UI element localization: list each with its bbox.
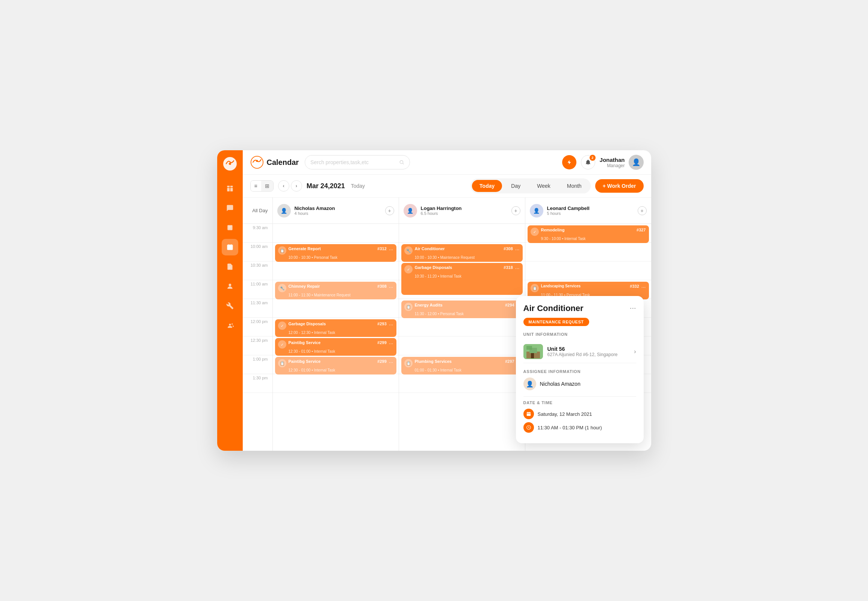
event-icon-ac: 🔧 <box>404 246 413 255</box>
sidebar-item-messages[interactable] <box>222 200 238 217</box>
header-actions: 2 Jonathan Manager 👤 <box>562 155 644 170</box>
tab-day[interactable]: Day <box>504 180 528 192</box>
svg-rect-2 <box>227 186 229 188</box>
slot-2-130 <box>399 374 525 393</box>
sidebar-item-calendar[interactable] <box>222 239 238 255</box>
all-day-row: All Day 👤 Nicholas Amazon 4 hours + 👤 Lo… <box>243 198 651 224</box>
event-dots[interactable]: ··· <box>389 246 393 252</box>
unit-name: Unit 56 <box>547 346 630 352</box>
sidebar-item-maintenance[interactable] <box>222 297 238 314</box>
svg-point-20 <box>400 160 403 163</box>
sidebar <box>217 150 243 451</box>
work-order-button[interactable]: + Work Order <box>595 179 644 193</box>
notification-badge: 2 <box>590 155 596 161</box>
assignee-row: 👤 Nicholas Amazon <box>523 377 636 390</box>
user-role: Manager <box>600 163 625 168</box>
svg-rect-5 <box>230 188 232 191</box>
slot-2-100: 📋 Plumbing Services #297 ·· 01:00 - 01:3… <box>399 355 525 374</box>
slot-1-1100: 🔧 Chimney Repair #308 ··· 11:00 - 11:30 … <box>273 280 399 299</box>
tab-month[interactable]: Month <box>559 180 589 192</box>
event-icon-landscape: 📋 <box>530 284 539 292</box>
search-bar[interactable]: Serch properties,task,etc <box>305 155 410 169</box>
col-header-3: 👤 Leonard Campbell 5 hours + <box>525 198 651 224</box>
col-header-1: 👤 Nicholas Amazon 4 hours + <box>273 198 399 224</box>
svg-point-16 <box>229 324 231 326</box>
svg-line-21 <box>403 163 404 165</box>
event-icon-paint1: ✓ <box>278 340 286 349</box>
unit-address: 627A Aljunied Rd #6-12, Singapore <box>547 352 630 357</box>
sidebar-item-dashboard[interactable] <box>222 180 238 197</box>
unit-section-title: UNIT INFORMATION <box>523 332 636 337</box>
popup-unit[interactable]: Unit 56 627A Aljunied Rd #6-12, Singapor… <box>523 340 636 363</box>
popup-divider <box>523 396 636 397</box>
time-100: 1:00 pm <box>243 355 272 374</box>
event-energy-audits[interactable]: 📋 Energy Audits #294 ·· 11:30 - 12:00 • … <box>401 300 523 318</box>
unit-chevron[interactable]: › <box>634 348 636 355</box>
svg-point-1 <box>229 163 231 165</box>
col2-avatar: 👤 <box>403 204 417 218</box>
view-grid-btn[interactable]: ⊞ <box>261 181 273 191</box>
popup-date: Saturday, 12 March 2021 <box>538 411 592 417</box>
notification-button[interactable]: 2 <box>581 155 595 169</box>
flash-button[interactable] <box>562 155 576 169</box>
event-plumbing[interactable]: 📋 Plumbing Services #297 ·· 01:00 - 01:3… <box>401 357 523 375</box>
col1-add-btn[interactable]: + <box>385 206 394 215</box>
event-painting-299[interactable]: ✓ Paintibg Service #299 ··· 12:30 - 01:0… <box>275 338 396 356</box>
time-130: 1:30 pm <box>243 374 272 393</box>
nav-arrows: ‹ › <box>278 180 302 192</box>
slot-2-1130: 📋 Energy Audits #294 ·· 11:30 - 12:00 • … <box>399 299 525 318</box>
calendar-icon <box>523 409 534 419</box>
clock-icon <box>523 422 534 433</box>
event-generate-report[interactable]: 📋 Generate Report #312 ··· 10:00 - 10:30… <box>275 244 396 262</box>
slot-1-130 <box>273 374 399 393</box>
slot-1-930 <box>273 224 399 243</box>
tab-today[interactable]: Today <box>472 180 502 192</box>
sidebar-item-documents[interactable] <box>222 258 238 275</box>
slot-1-1230: ✓ Paintibg Service #299 ··· 12:30 - 01:0… <box>273 337 399 355</box>
sidebar-item-tenants[interactable] <box>222 317 238 334</box>
sidebar-logo <box>222 156 237 171</box>
time-1000: 10:00 am <box>243 243 272 261</box>
view-list-btn[interactable]: ≡ <box>251 181 261 191</box>
event-air-conditioner[interactable]: 🔧 Air Conditioner #308 ··· 10:00 - 10:30… <box>401 244 523 262</box>
popup-dots-btn[interactable]: ··· <box>630 304 636 312</box>
event-garbage-318[interactable]: ✓ Garbage Disposals #318 ··· 10:30 - 11:… <box>401 263 523 295</box>
cal-view-tabs: Today Day Week Month <box>471 178 591 194</box>
grid-col-1: 📋 Generate Report #312 ··· 10:00 - 10:30… <box>273 224 399 451</box>
datetime-section-title: DATE & TIME <box>523 400 636 405</box>
svg-rect-26 <box>526 346 532 350</box>
time-labels: 9:30 am 10:00 am 10:30 am 11:00 am 11:30… <box>243 224 273 451</box>
slot-1-1000: 📋 Generate Report #312 ··· 10:00 - 10:30… <box>273 243 399 261</box>
popup-badge: MAINTENANCE REQUEST <box>523 318 589 326</box>
event-remodeling[interactable]: ✓ Remodeling #327 9:30 - 10:00 • Interna… <box>527 225 649 243</box>
sidebar-item-reports[interactable] <box>222 220 238 236</box>
user-avatar: 👤 <box>629 155 644 170</box>
next-arrow[interactable]: › <box>291 180 302 192</box>
slot-1-100: 📋 Paintibg Service #299 ··· 12:30 - 01:0… <box>273 355 399 374</box>
col3-avatar: 👤 <box>530 204 543 218</box>
svg-rect-4 <box>227 188 229 191</box>
event-icon-energy: 📋 <box>404 303 413 311</box>
event-painting-299b[interactable]: 📋 Paintibg Service #299 ··· 12:30 - 01:0… <box>275 357 396 375</box>
view-toggle: ≡ ⊞ <box>250 180 274 192</box>
col2-info: Logan Harrington 6.5 hours <box>421 206 507 216</box>
col2-add-btn[interactable]: + <box>511 206 520 215</box>
sidebar-item-users[interactable] <box>222 278 238 294</box>
app-container: Calendar Serch properties,task,etc <box>217 150 651 451</box>
popup-header: Air Conditioner ··· <box>523 304 636 313</box>
tab-week[interactable]: Week <box>529 180 558 192</box>
slot-2-1230 <box>399 337 525 355</box>
date-row: Saturday, 12 March 2021 <box>523 409 636 419</box>
event-icon-chimney: 🔧 <box>278 284 286 292</box>
prev-arrow[interactable]: ‹ <box>278 180 289 192</box>
event-chimney-repair[interactable]: 🔧 Chimney Repair #308 ··· 11:00 - 11:30 … <box>275 282 396 299</box>
time-1200: 12:00 pm <box>243 318 272 337</box>
col1-info: Nicholas Amazon 4 hours <box>295 206 381 216</box>
cal-date: Mar 24,2021 <box>307 182 345 190</box>
col3-add-btn[interactable]: + <box>638 206 647 215</box>
svg-rect-25 <box>531 353 534 358</box>
event-icon-plumbing: 📋 <box>404 359 413 368</box>
assignee-section-title: Assignee Information <box>523 369 636 374</box>
time-1030: 10:30 am <box>243 261 272 280</box>
event-garbage-293[interactable]: ✓ Garbage Disposals #293 ··· 12:00 - 12:… <box>275 319 396 337</box>
